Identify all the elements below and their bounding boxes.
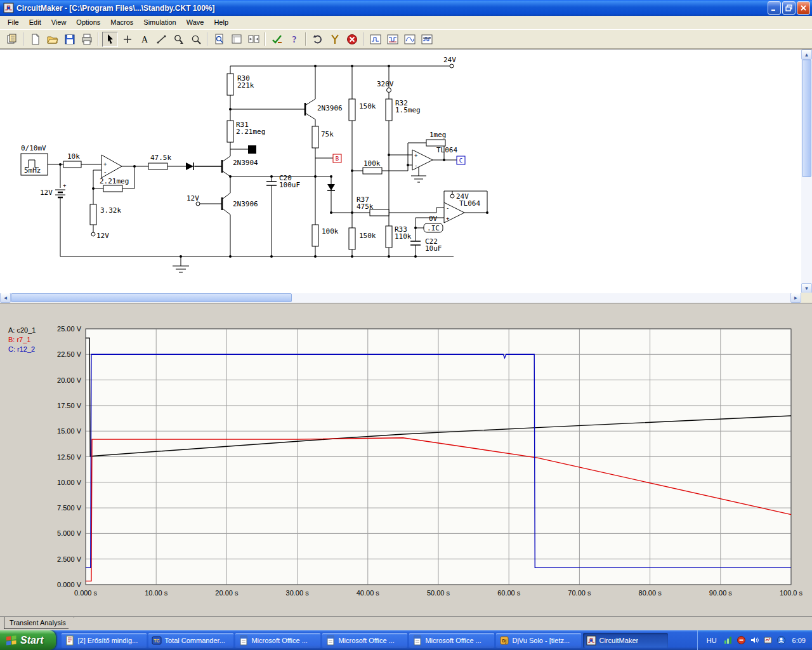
initial-condition-device[interactable]: .IC 0V <box>424 215 443 232</box>
resistor-feedback-221meg[interactable]: 2.21meg <box>100 177 129 192</box>
probe-tool-icon[interactable] <box>327 32 343 47</box>
toolbar: A ? <box>0 29 812 49</box>
volume-tray-icon[interactable] <box>750 635 759 645</box>
menu-options[interactable]: Options <box>71 17 105 27</box>
menu-view[interactable]: View <box>46 17 72 27</box>
resistor-r30[interactable]: R30 221k <box>227 74 254 95</box>
status-tray-icon[interactable] <box>763 635 773 645</box>
opamp-input[interactable]: + - <box>102 155 122 178</box>
task-erosito[interactable]: [2] Erősítő mindig... <box>62 633 147 648</box>
resistor-475[interactable]: 47.5k <box>148 154 171 169</box>
opamp-u1-tl064[interactable]: + - TL064 <box>412 146 457 170</box>
scroll-up-icon[interactable]: ▲ <box>801 50 812 60</box>
schematic-vertical-scrollbar[interactable]: ▲ ▼ <box>801 50 812 293</box>
resistor-r32[interactable]: R32 1.5meg <box>386 99 421 121</box>
save-file-icon[interactable] <box>62 32 77 47</box>
battery-12v[interactable]: 12V + <box>40 182 67 197</box>
menu-file[interactable]: File <box>3 17 24 27</box>
pulse-source[interactable]: 0/10mV 5mHz <box>21 144 48 175</box>
open-file-icon[interactable] <box>44 32 60 47</box>
zoom-icon[interactable] <box>188 32 204 47</box>
svg-text:60.00 s: 60.00 s <box>497 589 521 597</box>
legend-trace-a[interactable]: A: c20_1 <box>8 326 36 336</box>
scroll-left-icon[interactable]: ◄ <box>0 293 11 303</box>
resistor-r10k[interactable]: 10k <box>63 152 81 168</box>
legend-trace-b[interactable]: B: r7_1 <box>8 336 36 345</box>
resistor-150k-bottom[interactable]: 150k <box>349 228 376 249</box>
resistor-r33[interactable]: R33 110k <box>386 225 412 248</box>
transistor-q2-2n3904[interactable]: 2N3904 <box>222 159 258 173</box>
svg-text:2.500 V: 2.500 V <box>57 555 82 563</box>
menu-macros[interactable]: Macros <box>105 17 138 27</box>
probe-a-marker[interactable]: A <box>248 145 256 154</box>
select-arrow-icon[interactable] <box>102 32 118 47</box>
horizontal-scroll-thumb[interactable] <box>11 293 292 302</box>
task-djvu-solo[interactable]: Dj DjVu Solo - [tietz... <box>496 633 581 648</box>
probe-c-marker[interactable]: C <box>457 156 465 164</box>
svg-text:3.32k: 3.32k <box>100 206 121 215</box>
messenger-tray-icon[interactable] <box>776 635 786 645</box>
resistor-150k-top[interactable]: 150k <box>349 99 376 121</box>
resistor-100k-horiz[interactable]: 100k <box>363 159 382 174</box>
waveform-plot[interactable]: 0.000 s10.00 s20.00 s30.00 s40.00 s50.00… <box>0 303 812 604</box>
split-view-icon[interactable] <box>246 32 261 47</box>
waveforms-window-3-icon[interactable] <box>402 32 417 47</box>
check-run-icon[interactable] <box>269 32 285 47</box>
tab-transient-analysis[interactable]: Transient Analysis <box>4 617 74 629</box>
close-button[interactable] <box>797 1 810 15</box>
horizontal-scroll-track[interactable] <box>292 293 790 303</box>
waveforms-window-1-icon[interactable] <box>367 32 383 47</box>
chart-tray-icon[interactable] <box>723 635 733 645</box>
preview-icon[interactable] <box>211 32 227 47</box>
legend-trace-c[interactable]: C: r12_2 <box>8 345 36 355</box>
resistor-332k[interactable]: 3.32k <box>90 204 121 225</box>
minimize-button[interactable] <box>768 1 781 15</box>
resistor-75k[interactable]: 75k <box>312 126 334 148</box>
schematic-horizontal-scrollbar[interactable]: ◄ ► <box>0 293 812 303</box>
antivirus-tray-icon[interactable] <box>737 635 746 645</box>
window-title: CircuitMaker - [C:\Program Files\...\Sta… <box>16 4 766 13</box>
resistor-r31[interactable]: R31 2.21meg <box>227 121 265 142</box>
svg-text:A: A <box>251 147 254 153</box>
zoom-select-icon[interactable] <box>171 32 187 47</box>
add-part-icon[interactable] <box>119 32 135 47</box>
resistor-100k-vert[interactable]: 100k <box>312 225 339 246</box>
menu-edit[interactable]: Edit <box>24 17 46 27</box>
transistor-q3-2n3906[interactable]: 2N3906 <box>222 197 258 210</box>
task-office-2[interactable]: Microsoft Office ... <box>322 633 407 648</box>
help-icon[interactable]: ? <box>286 32 302 47</box>
diode-series[interactable] <box>186 162 193 170</box>
sheet-view-icon[interactable] <box>228 32 244 47</box>
restore-button[interactable] <box>782 1 796 15</box>
task-total-commander[interactable]: TC Total Commander... <box>148 633 233 648</box>
transistor-q1-2n3906[interactable]: 2N3906 <box>305 103 343 116</box>
wire-tool-icon[interactable] <box>154 32 169 47</box>
menu-help[interactable]: Help <box>209 17 233 27</box>
waveforms-window-4-icon[interactable] <box>419 32 435 47</box>
probe-b-marker[interactable]: B <box>333 154 341 162</box>
scroll-down-icon[interactable]: ▼ <box>801 283 812 293</box>
vertical-scroll-thumb[interactable] <box>802 60 811 177</box>
undo-icon[interactable] <box>310 32 325 47</box>
task-circuitmaker[interactable]: CircuitMaker <box>583 633 668 648</box>
text-tool-icon[interactable]: A <box>136 32 152 47</box>
diode-vertical[interactable] <box>327 184 335 190</box>
new-file-icon[interactable] <box>27 32 43 47</box>
resistor-1meg[interactable]: 1meg <box>426 131 447 146</box>
menu-wave[interactable]: Wave <box>181 17 209 27</box>
start-button[interactable]: Start <box>0 630 56 650</box>
waveforms-window-2-icon[interactable] <box>384 32 400 47</box>
schematic-canvas[interactable]: 0/10mV 5mHz 12V + 10k 2.21meg 3.32k <box>0 50 801 293</box>
scroll-right-icon[interactable]: ► <box>790 293 801 303</box>
capacitor-c22[interactable]: C22 10uF <box>410 237 442 253</box>
language-indicator[interactable]: HU <box>704 635 719 646</box>
svg-text:12.50 V: 12.50 V <box>57 453 82 461</box>
stop-simulation-icon[interactable] <box>344 32 360 47</box>
vertical-scroll-track[interactable] <box>801 177 812 283</box>
task-office-3[interactable]: Microsoft Office ... <box>409 633 494 648</box>
print-icon[interactable] <box>79 32 95 47</box>
menu-simulation[interactable]: Simulation <box>138 17 181 27</box>
task-office-1[interactable]: Microsoft Office ... <box>235 633 320 648</box>
opamp-u2-tl064[interactable]: - + TL064 <box>444 199 480 223</box>
parts-bin-icon[interactable] <box>4 32 20 47</box>
